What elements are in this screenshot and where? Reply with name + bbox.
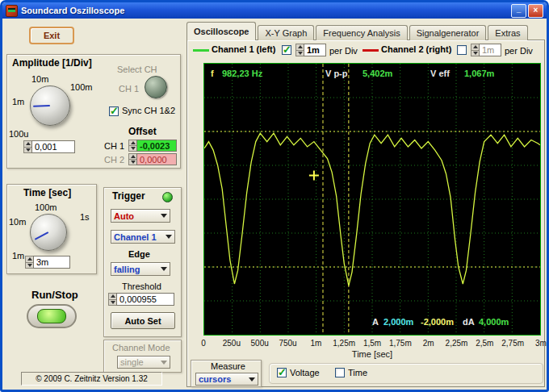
x-tick-label: 0 [201, 339, 206, 348]
offset-ch1-arrows[interactable] [128, 140, 136, 152]
run-indicator-light [37, 309, 66, 323]
sync-label: Sync CH 1&2 [122, 106, 175, 115]
time-spinner-arrows[interactable] [25, 256, 33, 269]
trigger-led [162, 192, 173, 202]
channel2-color-line [363, 49, 379, 52]
edge-label: Edge [128, 249, 150, 259]
channel-mode-value: single [120, 357, 144, 367]
amplitude-spinner-arrows[interactable] [23, 140, 31, 153]
copyright-box: © 2009 C. Zeitnitz Version 1.32 [21, 372, 162, 386]
trigger-source-dropdown[interactable]: Channel 1 [111, 230, 175, 244]
select-ch-label: Select CH [117, 65, 157, 74]
time-group: Time [sec] 100m 10m 1s 1m 3m [6, 184, 97, 274]
measure-mode-dropdown[interactable]: cursors [195, 373, 258, 386]
sync-checkbox[interactable] [109, 106, 119, 116]
trigger-edge-value: falling [114, 265, 140, 274]
oscilloscope-display[interactable]: f 982,23 Hz V p-p 5,402m V eff 1,067m A … [203, 63, 541, 336]
channel1-label: Channel 1 (left) [212, 44, 275, 54]
channel1-per-div-label: per Div [329, 46, 358, 56]
time-knob[interactable] [30, 214, 67, 251]
amplitude-scale-100u: 100u [9, 129, 28, 139]
channel2-scale-arrows[interactable] [471, 44, 479, 56]
title-bar[interactable]: Soundcard Oszilloscope _ × [2, 2, 547, 19]
tab-x-y-graph[interactable]: X-Y Graph [258, 25, 314, 40]
tab-extras[interactable]: Extras [488, 25, 527, 40]
exit-button[interactable]: Exit [29, 27, 74, 44]
x-tick-label: 3m [535, 339, 547, 348]
amplitude-scale-10m: 10m [31, 74, 48, 84]
app-window: Soundcard Oszilloscope _ × Exit Amplitud… [0, 0, 549, 392]
channel1-scale-arrows[interactable] [295, 44, 304, 56]
up-arrow-icon [473, 45, 478, 48]
offset-ch2-label: CH 2 [104, 155, 124, 165]
tab-signalgenerator[interactable]: Signalgenerator [409, 25, 487, 40]
measure-title: Measure [211, 361, 245, 371]
offset-ch2-arrows[interactable] [128, 153, 136, 165]
veff-label: V eff [430, 69, 450, 78]
amplitude-scale-100m: 100m [70, 82, 93, 92]
channel-mode-dropdown[interactable]: single [117, 356, 170, 369]
channel-mode-title: Channel Mode [112, 343, 170, 352]
run-stop-label: Run/Stop [31, 289, 78, 301]
x-tick-label: 2,75m [501, 339, 524, 348]
measure-group: Measure cursors [191, 360, 262, 387]
chevron-down-icon [249, 377, 255, 382]
down-arrow-icon [26, 148, 31, 152]
up-arrow-icon [298, 45, 303, 48]
channel-mode-group: Channel Mode single [103, 340, 182, 373]
time-spinner: 3m [25, 256, 70, 269]
x-tick-label: 2,5m [476, 339, 493, 348]
x-tick-label: 1m [310, 339, 321, 348]
time-value[interactable]: 3m [33, 256, 70, 269]
run-stop-button[interactable] [27, 304, 77, 328]
channel2-label: Channel 2 (right) [381, 44, 451, 54]
channel1-checkbox[interactable] [282, 45, 291, 55]
amplitude-value[interactable]: 0,001 [31, 140, 75, 153]
voltage-checkbox[interactable] [277, 368, 287, 377]
x-tick-label: 250u [223, 339, 241, 348]
x-tick-label: 500u [251, 339, 269, 348]
up-arrow-icon [27, 257, 32, 261]
trigger-mode-dropdown[interactable]: Auto [111, 209, 170, 223]
time-checkbox[interactable] [335, 368, 345, 377]
tab-oscilloscope[interactable]: Oscilloscope [186, 22, 256, 40]
channel1-scale-value[interactable]: 1m [304, 44, 326, 56]
down-arrow-icon [473, 52, 478, 55]
chevron-down-icon [166, 235, 172, 239]
offset-ch2-value[interactable]: 0,0000 [136, 153, 177, 165]
freq-label: f [211, 69, 214, 78]
up-arrow-icon [111, 294, 115, 298]
time-scale-10m: 10m [9, 217, 26, 227]
tab-strip: OscilloscopeX-Y GraphFrequency AnalysisS… [186, 22, 530, 40]
time-scale-1s: 1s [80, 212, 90, 222]
offset-ch1-value[interactable]: -0,0023 [136, 140, 177, 152]
minimize-icon: _ [517, 5, 522, 13]
up-arrow-icon [131, 141, 136, 144]
offset-ch2-spinner: 0,0000 [128, 153, 177, 165]
x-axis-title: Time [sec] [203, 349, 541, 359]
threshold-arrows[interactable] [108, 293, 116, 306]
threshold-value[interactable]: 0,000955 [116, 293, 174, 306]
minimize-button[interactable]: _ [511, 4, 526, 18]
channel2-checkbox[interactable] [457, 45, 467, 55]
time-scale-1m: 1m [12, 251, 24, 261]
app-icon [6, 5, 18, 17]
tab-frequency-analysis[interactable]: Frequency Analysis [316, 25, 407, 40]
down-arrow-icon [298, 52, 303, 55]
channel2-scale-value[interactable]: 1m [479, 44, 501, 56]
amplitude-title: Amplitude [1/Div] [12, 57, 92, 69]
scope-svg [204, 64, 540, 335]
channel1-color-line [193, 49, 209, 52]
time-title: Time [sec] [23, 187, 71, 198]
chevron-down-icon [161, 361, 167, 365]
x-tick-label: 2m [423, 339, 434, 348]
trigger-edge-dropdown[interactable]: falling [111, 262, 170, 276]
down-arrow-icon [111, 301, 115, 304]
close-button[interactable]: × [528, 4, 543, 18]
x-tick-label: 1,5m [363, 339, 381, 348]
time-scale-100m: 100m [35, 202, 57, 212]
amplitude-knob[interactable] [30, 85, 70, 126]
auto-set-button[interactable]: Auto Set [111, 312, 175, 329]
amplitude-scale-1m: 1m [12, 97, 24, 106]
select-ch1-button[interactable] [145, 76, 167, 98]
